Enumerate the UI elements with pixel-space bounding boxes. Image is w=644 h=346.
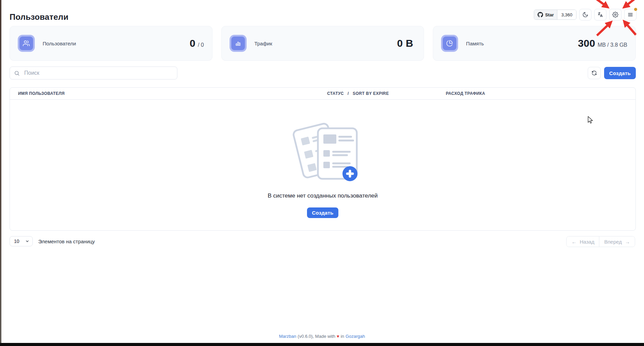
- stat-card-traffic: Трафик 0 B: [221, 26, 424, 61]
- arrow-right-icon: →: [625, 239, 630, 245]
- refresh-button[interactable]: [588, 67, 601, 79]
- marzban-link[interactable]: Marzban: [279, 334, 296, 339]
- settings-button[interactable]: [609, 9, 621, 20]
- footer-in-text: in: [341, 334, 344, 339]
- github-star-button[interactable]: Star: [534, 10, 557, 19]
- notification-dot: [634, 8, 637, 11]
- translate-icon: [597, 12, 603, 18]
- empty-documents-illustration: [287, 119, 358, 184]
- page-title: Пользователи: [10, 12, 69, 22]
- plus-circle-icon: [342, 166, 357, 181]
- stat-label: Память: [466, 41, 484, 46]
- users-table: ИМЯ ПОЛЬЗОВАТЕЛЯ СТАТУС / SORT BY EXPIRE…: [10, 87, 636, 231]
- refresh-icon: [591, 70, 597, 76]
- search-box: [10, 67, 177, 80]
- page-size-value: 10: [14, 239, 19, 244]
- stat-label: Трафик: [254, 41, 272, 46]
- pagination-buttons: ← Назад Вперед →: [566, 236, 635, 247]
- arrow-left-icon: ←: [571, 239, 576, 245]
- toolbar-actions: Создать: [588, 67, 636, 79]
- stat-card-memory: Память 300 MB / 3.8 GB: [433, 26, 636, 61]
- create-user-button[interactable]: Создать: [604, 67, 636, 79]
- empty-state-message: В системе нет созданных пользователей: [268, 192, 378, 199]
- footer: Marzban (v0.6.0), Made with ♥ in Gozarga…: [0, 334, 644, 339]
- language-button[interactable]: [594, 9, 606, 20]
- search-input[interactable]: [24, 70, 173, 76]
- column-header-status-sort-expire[interactable]: СТАТУС / SORT BY EXPIRE: [319, 91, 438, 96]
- gear-icon: [612, 12, 618, 18]
- pie-chart-icon: [443, 37, 456, 50]
- stat-value: 0 / 0: [190, 38, 204, 49]
- next-page-button[interactable]: Вперед →: [599, 236, 635, 247]
- header-actions: Star 3,360: [534, 9, 636, 20]
- chevron-down-icon: [25, 239, 29, 243]
- github-star-label: Star: [545, 12, 554, 17]
- gozargah-link[interactable]: Gozargah: [346, 334, 365, 339]
- page-size-select[interactable]: 10: [10, 236, 33, 246]
- column-header-username[interactable]: ИМЯ ПОЛЬЗОВАТЕЛЯ: [10, 91, 319, 96]
- search-icon: [14, 70, 20, 76]
- bar-chart-icon: [231, 37, 245, 50]
- column-header-traffic-usage[interactable]: РАСХОД ТРАФИКА: [438, 91, 635, 96]
- stat-label: Пользователи: [43, 41, 76, 46]
- table-header-row: ИМЯ ПОЛЬЗОВАТЕЛЯ СТАТУС / SORT BY EXPIRE…: [10, 88, 635, 100]
- users-icon: [19, 37, 33, 50]
- github-star-widget: Star 3,360: [534, 10, 576, 20]
- heart-icon: ♥: [337, 334, 339, 339]
- stat-card-users: Пользователи 0 / 0: [10, 26, 213, 61]
- stat-value: 0 B: [397, 38, 415, 49]
- prev-page-button[interactable]: ← Назад: [567, 236, 599, 247]
- github-star-count[interactable]: 3,360: [557, 10, 576, 19]
- window-edge-bottom: [0, 343, 644, 346]
- menu-button[interactable]: [624, 9, 636, 20]
- hamburger-menu-icon: [627, 12, 633, 18]
- theme-toggle-button[interactable]: [579, 9, 591, 20]
- empty-state-create-button[interactable]: Создать: [307, 207, 338, 218]
- per-page-label: Элементов на страницу: [38, 239, 95, 244]
- footer-version-text: (v0.6.0), Made with: [298, 334, 336, 339]
- github-icon: [538, 12, 543, 17]
- table-empty-state: В системе нет созданных пользователей Со…: [10, 100, 635, 231]
- stat-cards: Пользователи 0 / 0 Трафик 0 B Память 300: [10, 26, 636, 61]
- moon-icon: [582, 12, 588, 18]
- window-edge-left: [0, 0, 1, 346]
- stat-value: 300 MB / 3.8 GB: [578, 38, 627, 49]
